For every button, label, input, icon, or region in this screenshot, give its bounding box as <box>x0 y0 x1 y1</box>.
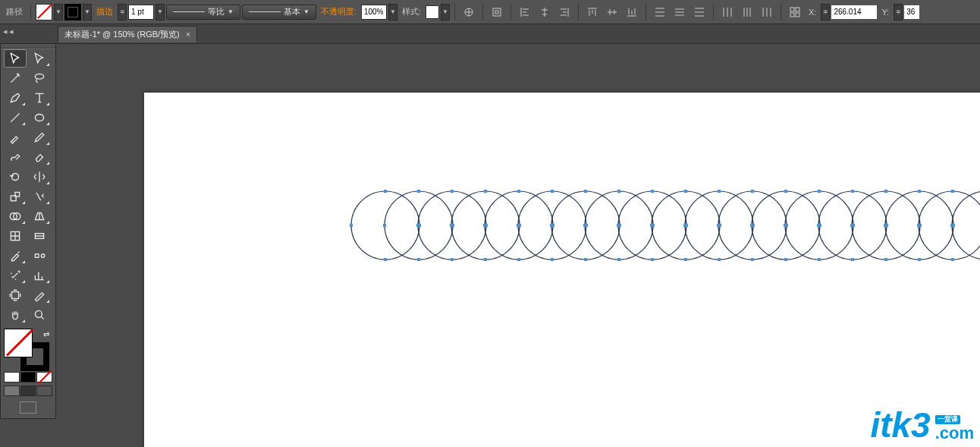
warp-tool[interactable] <box>28 187 51 206</box>
fill-box-icon[interactable] <box>4 329 33 357</box>
divider <box>482 4 483 20</box>
graphic-style-dropdown[interactable]: ▼ <box>441 4 450 20</box>
stroke-weight-input[interactable]: 1 pt <box>128 5 154 20</box>
graphic-style-swatch[interactable] <box>426 5 439 19</box>
hand-tool[interactable] <box>4 306 27 324</box>
blend-tool[interactable] <box>28 247 51 265</box>
svg-rect-101 <box>918 258 921 261</box>
distribute-vcenter-icon[interactable] <box>671 4 689 20</box>
svg-rect-91 <box>851 258 854 261</box>
selection-tool[interactable] <box>4 49 27 68</box>
width-profile-dropdown[interactable]: 等比 ▼ <box>166 5 240 20</box>
x-input[interactable]: 266.014 <box>831 5 877 19</box>
screen-mode-button[interactable] <box>20 401 36 414</box>
svg-rect-97 <box>850 224 853 227</box>
distribute-top-icon[interactable] <box>651 4 669 20</box>
svg-rect-76 <box>751 258 754 261</box>
divider <box>510 4 511 20</box>
svg-rect-25 <box>417 190 420 193</box>
direct-selection-tool[interactable] <box>28 49 51 68</box>
align-left-icon[interactable] <box>516 4 534 20</box>
color-mode-none[interactable] <box>36 372 52 382</box>
svg-rect-27 <box>383 224 386 227</box>
blob-brush-tool[interactable] <box>4 148 27 166</box>
stroke-weight-dropdown[interactable]: ▼ <box>155 4 165 20</box>
rotate-tool[interactable] <box>4 168 27 186</box>
lasso-tool[interactable] <box>28 69 51 87</box>
distribute-hcenter-icon[interactable] <box>738 4 756 20</box>
svg-rect-40 <box>517 190 520 193</box>
artwork-circles[interactable] <box>334 187 980 263</box>
fill-swatch[interactable] <box>36 4 52 20</box>
divider <box>713 4 714 20</box>
magic-wand-tool[interactable] <box>4 69 27 87</box>
perspective-tool[interactable] <box>28 207 51 225</box>
brush-def-dropdown[interactable]: 基本 ▼ <box>242 5 316 20</box>
stroke-swatch[interactable] <box>64 4 81 20</box>
line-tool[interactable] <box>4 109 27 127</box>
opacity-dropdown[interactable]: ▼ <box>388 4 397 20</box>
divider <box>645 4 646 20</box>
stroke-dropdown[interactable]: ▼ <box>83 4 92 20</box>
align-vcenter-icon[interactable] <box>603 4 621 20</box>
svg-rect-4 <box>796 8 799 11</box>
svg-rect-2 <box>495 11 498 14</box>
panel-collapse-icon[interactable]: ◀◀ <box>3 29 15 35</box>
align-hcenter-icon[interactable] <box>536 4 554 20</box>
draw-mode-normal[interactable] <box>4 386 20 396</box>
reflect-tool[interactable] <box>28 168 51 186</box>
align-top-icon[interactable] <box>583 4 602 20</box>
shape-builder-tool[interactable] <box>4 207 27 225</box>
column-graph-tool[interactable] <box>28 266 51 285</box>
opacity-input[interactable]: 100% <box>361 5 387 20</box>
slice-tool[interactable] <box>28 286 51 304</box>
draw-mode-inside[interactable] <box>36 386 52 396</box>
pencil-tool[interactable] <box>28 128 51 146</box>
distribute-right-icon[interactable] <box>758 4 776 20</box>
swap-fill-stroke-icon[interactable]: ⇄ <box>43 330 49 338</box>
color-mode-gradient[interactable] <box>20 372 36 382</box>
distribute-left-icon[interactable] <box>718 4 737 20</box>
symbol-sprayer-tool[interactable] <box>4 266 27 285</box>
ellipse-tool[interactable] <box>28 109 51 127</box>
selection-type-label: 路径 <box>3 6 26 17</box>
artboard-tool[interactable] <box>4 286 27 304</box>
zoom-tool[interactable] <box>28 306 51 324</box>
eraser-tool[interactable] <box>28 148 51 166</box>
svg-rect-90 <box>851 190 854 193</box>
x-stepper[interactable]: ≑ <box>821 4 830 20</box>
gradient-tool[interactable] <box>28 227 51 245</box>
color-mode-color[interactable] <box>4 372 20 382</box>
transform-panel-icon[interactable] <box>786 4 804 20</box>
svg-rect-70 <box>718 190 721 193</box>
y-input[interactable]: 36 <box>904 5 919 19</box>
svg-rect-50 <box>584 190 587 193</box>
type-tool[interactable] <box>28 89 51 107</box>
align-bottom-icon[interactable] <box>623 4 641 20</box>
pen-tool[interactable] <box>4 89 27 107</box>
canvas-area[interactable] <box>58 44 980 447</box>
close-icon[interactable]: × <box>186 30 190 39</box>
align-to-selection-icon[interactable] <box>488 4 506 20</box>
svg-rect-72 <box>683 224 686 227</box>
svg-rect-41 <box>517 258 520 261</box>
svg-rect-92 <box>817 224 820 227</box>
draw-mode-row <box>4 386 52 396</box>
align-right-icon[interactable] <box>555 4 573 20</box>
fill-stroke-indicator[interactable]: ⇄ <box>4 329 52 367</box>
fill-dropdown[interactable]: ▼ <box>54 4 63 20</box>
recolor-artwork-icon[interactable] <box>460 4 478 20</box>
y-stepper[interactable]: ≑ <box>894 4 903 20</box>
svg-rect-37 <box>450 224 453 227</box>
paintbrush-tool[interactable] <box>4 128 27 146</box>
eyedropper-tool[interactable] <box>4 247 27 265</box>
svg-rect-86 <box>818 258 821 261</box>
scale-tool[interactable] <box>4 187 27 206</box>
draw-mode-behind[interactable] <box>20 386 36 396</box>
distribute-bottom-icon[interactable] <box>690 4 708 20</box>
svg-rect-26 <box>417 258 420 261</box>
svg-rect-20 <box>384 190 387 193</box>
mesh-tool[interactable] <box>4 227 27 245</box>
stroke-weight-stepper[interactable]: ≑ <box>118 4 127 20</box>
document-tab[interactable]: 未标题-1* @ 150% (RGB/预览) × <box>58 26 197 42</box>
